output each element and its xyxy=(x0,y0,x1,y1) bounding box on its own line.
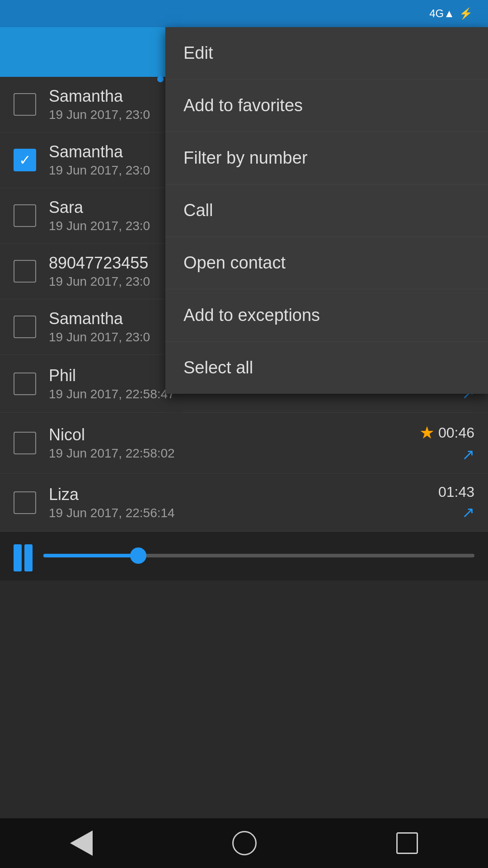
status-icons: 4G▲ ⚡ xyxy=(429,7,477,20)
item-right: ★00:46↗ xyxy=(419,423,474,463)
blue-dot-indicator xyxy=(157,76,164,82)
list-item[interactable]: Nicol19 Jun 2017, 22:58:02★00:46↗ xyxy=(0,413,488,474)
item-date: 19 Jun 2017, 22:56:14 xyxy=(49,506,438,520)
checkbox[interactable] xyxy=(14,316,36,338)
dropdown-item-add-favorites[interactable]: Add to favorites xyxy=(165,80,488,132)
item-name: Liza xyxy=(49,485,438,504)
checkbox[interactable] xyxy=(14,373,36,395)
checkbox[interactable] xyxy=(14,260,36,283)
nav-bar xyxy=(0,818,488,868)
item-duration: 01:43 xyxy=(438,484,474,500)
checkmark-icon: ✓ xyxy=(19,151,31,169)
status-bar: 4G▲ ⚡ xyxy=(0,0,488,27)
checkbox[interactable] xyxy=(14,491,36,514)
checkbox[interactable] xyxy=(14,432,36,454)
home-nav-button[interactable] xyxy=(232,831,257,855)
list-item[interactable]: Liza19 Jun 2017, 22:56:1401:43↗ xyxy=(0,474,488,532)
playback-bar[interactable] xyxy=(0,532,488,580)
outgoing-call-icon: ↗ xyxy=(462,503,474,521)
item-right-top-row: ★00:46 xyxy=(419,423,474,443)
pause-stripe-left xyxy=(14,544,22,571)
item-name: Nicol xyxy=(49,425,419,444)
signal-icon: 4G▲ xyxy=(429,7,455,20)
back-nav-button[interactable] xyxy=(70,830,93,856)
item-info: Liza19 Jun 2017, 22:56:14 xyxy=(49,485,438,520)
item-info: Nicol19 Jun 2017, 22:58:02 xyxy=(49,425,419,461)
dropdown-item-call[interactable]: Call xyxy=(165,184,488,237)
item-duration: 00:46 xyxy=(438,425,474,441)
dropdown-item-add-exceptions[interactable]: Add to exceptions xyxy=(165,289,488,342)
checkbox[interactable] xyxy=(14,93,36,116)
progress-fill xyxy=(43,554,138,557)
checkbox[interactable]: ✓ xyxy=(14,149,36,171)
dropdown-item-edit[interactable]: Edit xyxy=(165,27,488,80)
dropdown-menu: EditAdd to favoritesFilter by numberCall… xyxy=(165,27,488,394)
dropdown-item-open-contact[interactable]: Open contact xyxy=(165,237,488,289)
progress-track[interactable] xyxy=(43,554,474,557)
progress-thumb[interactable] xyxy=(130,547,146,564)
recent-nav-button[interactable] xyxy=(396,832,418,854)
battery-icon: ⚡ xyxy=(459,7,473,20)
checkbox[interactable] xyxy=(14,204,36,227)
item-right-top-row: 01:43 xyxy=(438,484,474,500)
outgoing-call-icon: ↗ xyxy=(462,445,474,463)
pause-stripe-right xyxy=(24,544,33,571)
item-right: 01:43↗ xyxy=(438,484,474,521)
item-date: 19 Jun 2017, 22:58:02 xyxy=(49,446,419,461)
favorite-star-icon: ★ xyxy=(419,423,435,443)
progress-container[interactable] xyxy=(43,554,474,562)
dropdown-item-select-all[interactable]: Select all xyxy=(165,342,488,394)
pause-button[interactable] xyxy=(14,544,33,571)
dropdown-item-filter-number[interactable]: Filter by number xyxy=(165,132,488,184)
